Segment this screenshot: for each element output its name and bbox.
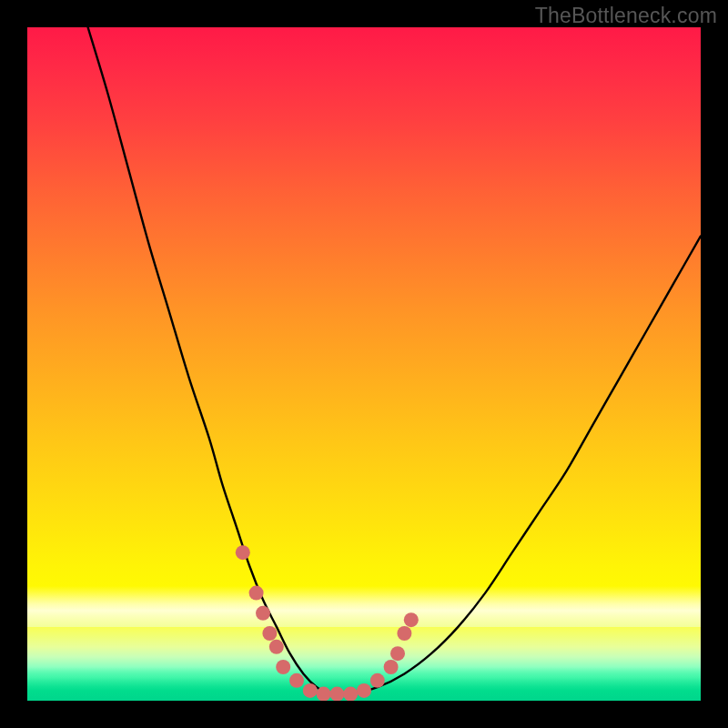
plot-area [27,27,701,701]
bottleneck-curve [88,27,701,695]
marker-dot [262,626,277,641]
marker-dot [384,660,399,674]
marker-dot [390,646,405,661]
marker-dot [329,687,344,701]
marker-dot [269,640,284,654]
marker-dot [404,612,419,627]
curve-layer [27,27,701,701]
watermark-text: TheBottleneck.com [535,4,717,28]
marker-dot [289,673,304,688]
marker-dot [357,683,371,698]
highlight-markers [236,545,419,701]
marker-dot [249,586,264,601]
marker-dot [317,687,331,701]
marker-dot [397,626,411,641]
marker-dot [236,545,250,560]
marker-dot [276,660,290,674]
chart-frame: TheBottleneck.com [0,0,728,728]
marker-dot [256,606,270,621]
marker-dot [303,683,318,698]
marker-dot [370,673,385,688]
marker-dot [343,687,358,701]
